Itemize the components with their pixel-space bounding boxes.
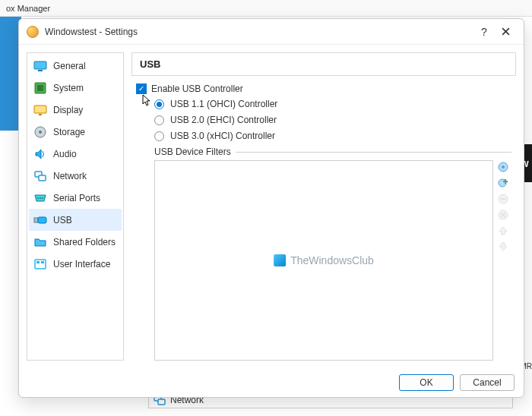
svg-rect-16 <box>38 217 46 223</box>
background-title-text: ox Manager <box>6 4 50 13</box>
svg-rect-19 <box>41 261 44 263</box>
network-icon <box>33 169 47 183</box>
watermark-icon <box>274 254 286 266</box>
svg-point-9 <box>39 131 42 134</box>
sidebar-item-system[interactable]: System <box>29 77 122 99</box>
sidebar-label: User Interface <box>53 259 110 269</box>
panel-title: USB <box>131 52 516 76</box>
help-button[interactable]: ? <box>473 21 495 43</box>
sidebar-item-sharedfolders[interactable]: Shared Folders <box>29 231 122 253</box>
sidebar-label: Serial Ports <box>53 193 100 203</box>
sidebar-label: System <box>53 83 84 93</box>
folder-icon <box>33 235 47 249</box>
mouse-cursor-icon <box>142 94 153 108</box>
sidebar-item-storage[interactable]: Storage <box>29 121 122 143</box>
sidebar-label: Network <box>53 171 87 181</box>
svg-rect-18 <box>36 261 40 263</box>
radio-usb30[interactable]: USB 3.0 (xHCI) Controller <box>154 131 511 141</box>
sidebar-label: Shared Folders <box>53 237 116 247</box>
sidebar-label: USB <box>53 215 72 225</box>
ui-icon <box>33 257 47 271</box>
background-titlebar: ox Manager <box>0 0 532 17</box>
usb-controller-radio-group: USB 1.1 (OHCI) Controller USB 2.0 (EHCI)… <box>154 99 511 147</box>
titlebar: Windowstest - Settings ? <box>19 19 524 45</box>
svg-point-21 <box>502 165 505 169</box>
svg-rect-7 <box>39 114 42 115</box>
move-filter-down-button <box>496 240 510 254</box>
add-empty-filter-button[interactable] <box>496 160 510 174</box>
enable-usb-row: Enable USB Controller <box>136 84 511 94</box>
svg-rect-11 <box>39 175 46 181</box>
radio-usb20[interactable]: USB 2.0 (EHCI) Controller <box>154 115 511 125</box>
sidebar-label: Storage <box>53 127 85 137</box>
sidebar-item-userinterface[interactable]: User Interface <box>29 253 122 275</box>
add-filter-from-device-button[interactable] <box>496 176 510 190</box>
svg-rect-1 <box>158 399 165 405</box>
svg-rect-15 <box>34 218 38 222</box>
sidebar-item-display[interactable]: Display <box>29 99 122 121</box>
sidebar-item-network[interactable]: Network <box>29 165 122 187</box>
sidebar-label: General <box>53 61 86 71</box>
radio-usb11[interactable]: USB 1.1 (OHCI) Controller <box>154 99 511 109</box>
display-icon <box>33 103 47 117</box>
svg-point-13 <box>40 197 41 199</box>
radio-input[interactable] <box>154 115 164 125</box>
filters-header: USB Device Filters <box>154 147 511 157</box>
svg-rect-2 <box>34 61 46 69</box>
sidebar-label: Audio <box>53 149 77 159</box>
watermark-text: TheWindowsClub <box>290 254 374 266</box>
radio-input[interactable] <box>154 131 164 141</box>
audio-icon <box>33 147 47 161</box>
settings-sidebar: General System Display Storage Audio Net… <box>27 52 124 361</box>
divider <box>236 152 511 153</box>
close-button[interactable] <box>495 21 516 43</box>
svg-point-14 <box>42 197 43 199</box>
sidebar-item-serialports[interactable]: Serial Ports <box>29 187 122 209</box>
close-icon <box>502 27 510 36</box>
radio-label: USB 1.1 (OHCI) Controller <box>170 99 277 109</box>
svg-rect-6 <box>34 106 46 113</box>
ok-button[interactable]: OK <box>399 374 454 391</box>
radio-label: USB 2.0 (EHCI) Controller <box>170 115 277 125</box>
filter-side-buttons <box>496 160 511 361</box>
usb-icon <box>33 213 47 227</box>
filters-label: USB Device Filters <box>154 147 231 157</box>
settings-dialog: Windowstest - Settings ? General System … <box>18 18 524 398</box>
svg-rect-5 <box>37 85 43 91</box>
watermark: TheWindowsClub <box>274 254 374 266</box>
remove-filter-button <box>496 208 510 222</box>
edit-filter-button <box>496 192 510 206</box>
sidebar-item-general[interactable]: General <box>29 55 122 77</box>
enable-usb-checkbox[interactable] <box>136 84 147 94</box>
sidebar-item-audio[interactable]: Audio <box>29 143 122 165</box>
serialport-icon <box>33 191 47 205</box>
system-icon <box>33 81 47 95</box>
window-title: Windowstest - Settings <box>45 27 473 37</box>
usb-filters-listbox[interactable]: TheWindowsClub <box>154 160 493 361</box>
radio-label: USB 3.0 (xHCI) Controller <box>170 131 275 141</box>
storage-icon <box>33 125 47 139</box>
move-filter-up-button <box>496 224 510 238</box>
svg-rect-17 <box>35 260 46 269</box>
svg-point-12 <box>37 197 39 199</box>
radio-input[interactable] <box>154 99 164 109</box>
enable-usb-label: Enable USB Controller <box>151 84 243 94</box>
general-icon <box>33 59 47 73</box>
cancel-button[interactable]: Cancel <box>460 374 515 391</box>
content-panel: USB Enable USB Controller USB 1.1 (OHCI)… <box>131 52 516 361</box>
svg-rect-3 <box>38 70 43 71</box>
app-icon <box>27 26 39 38</box>
sidebar-label: Display <box>53 105 83 115</box>
sidebar-item-usb[interactable]: USB <box>29 209 122 231</box>
dialog-footer: OK Cancel <box>19 368 524 397</box>
